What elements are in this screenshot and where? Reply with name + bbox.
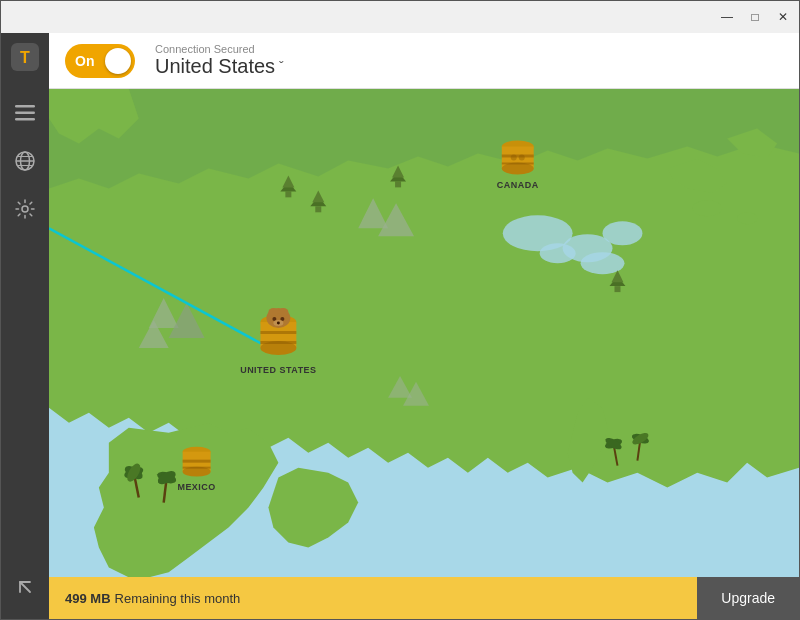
svg-rect-4 — [15, 118, 35, 121]
svg-rect-31 — [395, 181, 401, 187]
svg-point-57 — [519, 154, 525, 160]
bottom-bar: 499 MB Remaining this month Upgrade — [49, 577, 799, 619]
minimize-button[interactable]: — — [719, 9, 735, 25]
svg-point-65 — [278, 308, 288, 316]
svg-rect-3 — [15, 112, 35, 115]
svg-point-10 — [22, 206, 28, 212]
svg-rect-61 — [260, 331, 296, 334]
sidebar-item-globe[interactable] — [5, 141, 45, 181]
svg-rect-74 — [183, 467, 211, 469]
app-logo: T — [9, 41, 41, 73]
remaining-mb: 499 MB — [65, 591, 111, 606]
svg-rect-2 — [15, 105, 35, 108]
svg-text:T: T — [20, 49, 30, 66]
title-bar-controls: — □ ✕ — [719, 9, 791, 25]
svg-rect-34 — [614, 286, 620, 292]
upgrade-button[interactable]: Upgrade — [697, 577, 799, 619]
center-content: On Connection Secured United States ˇ — [49, 33, 799, 619]
connection-location[interactable]: United States ˇ — [155, 55, 284, 78]
sidebar-item-collapse[interactable] — [5, 567, 45, 607]
map-container: CANADA — [49, 89, 799, 577]
map-svg: CANADA — [49, 89, 799, 577]
location-chevron: ˇ — [279, 59, 284, 75]
svg-rect-25 — [285, 191, 291, 197]
svg-rect-73 — [183, 460, 211, 463]
vpn-toggle[interactable]: On — [65, 44, 135, 78]
main-content: T — [1, 33, 799, 619]
title-bar: — □ ✕ — [1, 1, 799, 33]
svg-rect-54 — [502, 154, 534, 157]
svg-line-11 — [20, 582, 30, 592]
sidebar: T — [1, 33, 49, 619]
svg-point-19 — [737, 212, 757, 224]
svg-point-66 — [272, 317, 276, 321]
svg-rect-62 — [260, 341, 296, 344]
svg-rect-28 — [315, 206, 321, 212]
close-button[interactable]: ✕ — [775, 9, 791, 25]
mexico-marker — [183, 447, 211, 477]
canada-marker — [502, 141, 534, 175]
svg-point-15 — [603, 221, 643, 245]
connection-status: Connection Secured — [155, 43, 284, 55]
connection-info: Connection Secured United States ˇ — [155, 43, 284, 78]
app-window: — □ ✕ T — [0, 0, 800, 620]
us-label: UNITED STATES — [240, 365, 316, 375]
svg-rect-55 — [502, 162, 534, 164]
toggle-knob — [105, 48, 131, 74]
svg-point-16 — [540, 243, 576, 263]
sidebar-item-menu[interactable] — [5, 93, 45, 133]
header: On Connection Secured United States ˇ — [49, 33, 799, 89]
toggle-switch[interactable]: On — [65, 44, 135, 78]
sidebar-item-settings[interactable] — [5, 189, 45, 229]
sidebar-bottom — [5, 563, 45, 611]
toggle-label: On — [75, 53, 94, 69]
svg-point-67 — [280, 317, 284, 321]
svg-point-18 — [692, 200, 722, 216]
location-name: United States — [155, 55, 275, 78]
maximize-button[interactable]: □ — [747, 9, 763, 25]
svg-point-56 — [511, 154, 517, 160]
remaining-info: 499 MB Remaining this month — [49, 577, 697, 619]
svg-point-69 — [277, 322, 280, 325]
mexico-label: MEXICO — [177, 482, 215, 492]
svg-point-64 — [268, 308, 278, 316]
svg-point-17 — [581, 252, 625, 274]
remaining-text: Remaining this month — [115, 591, 241, 606]
canada-label: CANADA — [497, 180, 539, 190]
